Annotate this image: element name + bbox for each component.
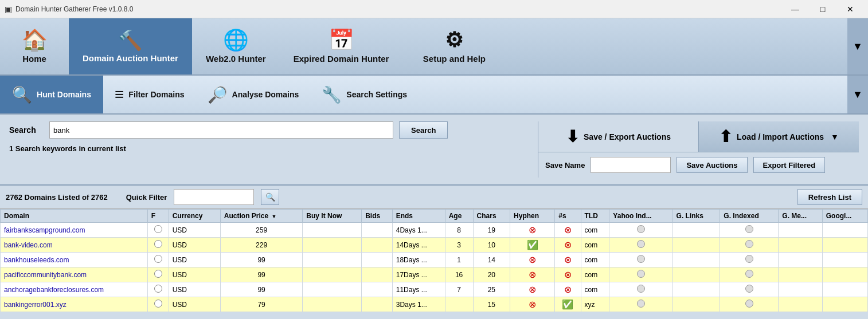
domain-link[interactable]: fairbankscampground.com (4, 226, 85, 234)
nav-item-home[interactable]: 🏠 Home (0, 18, 69, 74)
cell-tld: com (581, 282, 609, 297)
nav-item-setup-help[interactable]: ⚙ Setup and Help (402, 18, 506, 74)
col-domain[interactable]: Domain (1, 210, 148, 223)
status-circle-icon (745, 285, 753, 293)
save-icon: ⬇ (566, 127, 579, 146)
radio-f[interactable] (154, 225, 162, 233)
cell-domain[interactable]: anchoragebankforeclosures.com (1, 282, 148, 297)
cell-domain[interactable]: bank-video.com (1, 238, 148, 253)
minimize-button[interactable]: — (782, 0, 808, 18)
col-g-me[interactable]: G. Me... (779, 210, 822, 223)
col-currency[interactable]: Currency (169, 210, 220, 223)
second-nav-filter-domains[interactable]: ≡ Filter Domains (103, 76, 196, 113)
table-toolbar: 2762 Domains Listed of 2762 Quick Filter… (0, 186, 868, 209)
maximize-button[interactable]: □ (810, 0, 836, 18)
col-buy-it-now[interactable]: Buy It Now (303, 210, 362, 223)
cell-g-links (672, 223, 720, 238)
col-hyphen[interactable]: Hyphen (510, 210, 555, 223)
web2-icon: 🌐 (223, 30, 249, 50)
search-input[interactable] (49, 121, 393, 139)
cell-google (822, 297, 867, 312)
status-circle-icon (637, 300, 645, 308)
cell-g-indexed (720, 253, 779, 267)
cell-yahoo-ind (609, 223, 672, 238)
data-table-wrapper[interactable]: Domain F Currency Auction Price ▼ Buy It… (0, 209, 868, 319)
status-x-icon: ⊗ (564, 225, 572, 235)
col-tld[interactable]: TLD (581, 210, 609, 223)
cell-hash: ⊗ (555, 267, 581, 282)
domain-link[interactable]: bank-video.com (4, 241, 53, 249)
cell-bids (362, 223, 393, 238)
cell-ends: 11Days ... (392, 282, 445, 297)
status-circle-icon (637, 255, 645, 263)
save-auctions-button[interactable]: Save Auctions (677, 157, 747, 173)
search-button[interactable]: Search (399, 121, 448, 139)
cell-hash: ⊗ (555, 253, 581, 267)
col-g-links[interactable]: G. Links (672, 210, 720, 223)
close-button[interactable]: ✕ (837, 0, 863, 18)
radio-f[interactable] (154, 270, 162, 278)
second-nav-search-settings[interactable]: 🔧 Search Settings (310, 76, 419, 113)
cell-domain[interactable]: bankingerror001.xyz (1, 297, 148, 312)
save-name-input[interactable] (591, 157, 671, 173)
col-google[interactable]: Googl... (822, 210, 867, 223)
col-yahoo-ind[interactable]: Yahoo Ind... (609, 210, 672, 223)
table-row: fairbankscampground.com USD 259 4Days 1.… (1, 223, 868, 238)
radio-f[interactable] (154, 240, 162, 248)
top-nav-dropdown-button[interactable]: ▼ (847, 18, 868, 74)
domain-link[interactable]: anchoragebankforeclosures.com (4, 286, 104, 294)
quick-filter-input[interactable] (174, 189, 254, 205)
domain-link[interactable]: bankhouseleeds.com (4, 256, 69, 264)
col-chars[interactable]: Chars (473, 210, 510, 223)
cell-hash: ⊗ (555, 282, 581, 297)
table-row: bank-video.com USD 229 14Days ... 3 10 ✅… (1, 238, 868, 253)
save-name-label: Save Name (545, 161, 585, 170)
cell-g-me (779, 282, 822, 297)
second-nav-dropdown-button[interactable]: ▼ (847, 76, 868, 113)
status-check-icon: ✅ (527, 239, 538, 250)
cell-f (147, 223, 169, 238)
radio-f[interactable] (154, 285, 162, 293)
cell-age: 16 (445, 267, 473, 282)
search-info: 1 Search keywords in current list (9, 144, 531, 153)
col-hash[interactable]: #s (555, 210, 581, 223)
search-left: Search Search 1 Search keywords in curre… (9, 121, 531, 153)
second-nav-analyse-domains[interactable]: 🔎 Analyse Domains (196, 76, 311, 113)
col-auction-price[interactable]: Auction Price ▼ (220, 210, 303, 223)
cell-chars: 19 (473, 223, 510, 238)
cell-auction-price: 259 (220, 223, 303, 238)
col-f[interactable]: F (147, 210, 169, 223)
cell-f (147, 267, 169, 282)
cell-domain[interactable]: pacificcommunitybank.com (1, 267, 148, 282)
nav-item-web2-hunter[interactable]: 🌐 Web2.0 Hunter (192, 18, 280, 74)
cell-domain[interactable]: fairbankscampground.com (1, 223, 148, 238)
second-nav-hunt-domains[interactable]: 🔍 Hunt Domains (0, 76, 103, 113)
load-import-button[interactable]: ⬆ Load / Import Auctions ▼ (699, 121, 859, 152)
radio-f[interactable] (154, 300, 162, 308)
cell-age: 3 (445, 238, 473, 253)
nav-item-domain-auction-hunter[interactable]: 🔨 Domain Auction Hunter (69, 18, 192, 74)
col-age[interactable]: Age (445, 210, 473, 223)
hunt-domains-icon: 🔍 (12, 85, 32, 104)
col-bids[interactable]: Bids (362, 210, 393, 223)
cell-domain[interactable]: bankhouseleeds.com (1, 253, 148, 267)
col-ends[interactable]: Ends (392, 210, 445, 223)
table-row: bankhouseleeds.com USD 99 18Days ... 1 1… (1, 253, 868, 267)
status-x-icon: ⊗ (529, 269, 536, 280)
status-circle-icon (745, 270, 753, 278)
col-g-indexed[interactable]: G. Indexed (720, 210, 779, 223)
refresh-list-button[interactable]: Refresh List (797, 189, 862, 205)
cell-auction-price: 99 (220, 267, 303, 282)
top-nav: 🏠 Home 🔨 Domain Auction Hunter 🌐 Web2.0 … (0, 18, 868, 76)
second-nav-label-analyse-domains: Analyse Domains (232, 90, 299, 99)
cell-g-links (672, 238, 720, 253)
domain-link[interactable]: bankingerror001.xyz (4, 301, 67, 309)
save-export-button[interactable]: ⬇ Save / Export Auctions (538, 121, 699, 152)
title-bar-controls: — □ ✕ (782, 0, 863, 18)
domain-link[interactable]: pacificcommunitybank.com (4, 271, 87, 279)
export-filtered-button[interactable]: Export Filtered (753, 157, 826, 173)
radio-f[interactable] (154, 255, 162, 263)
quick-filter-search-button[interactable]: 🔍 (261, 189, 279, 205)
cell-yahoo-ind (609, 282, 672, 297)
nav-item-expired-domain-hunter[interactable]: 📅 Expired Domain Hunter (280, 18, 403, 74)
